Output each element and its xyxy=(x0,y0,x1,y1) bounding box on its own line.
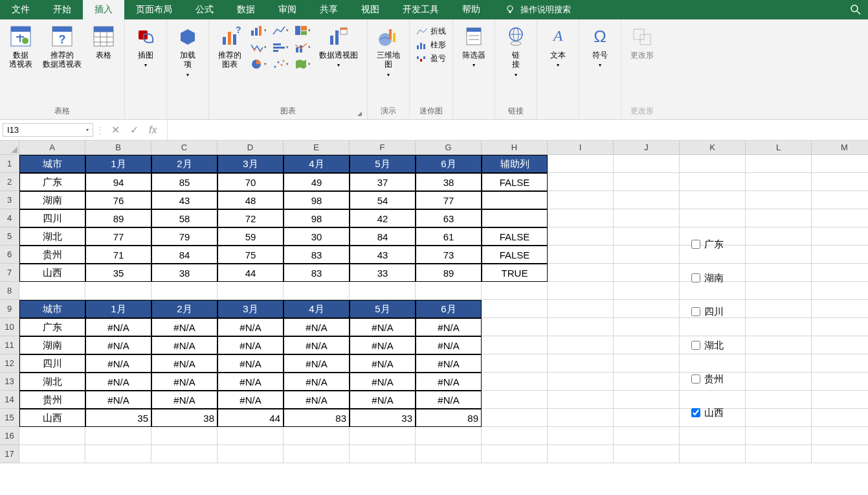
cell[interactable]: 2月 xyxy=(151,155,217,173)
cell[interactable] xyxy=(614,391,680,409)
cell[interactable] xyxy=(614,354,680,373)
cell[interactable]: #N/A xyxy=(284,336,350,354)
recommended-pivot-button[interactable]: ? 推荐的 数据透视表 xyxy=(38,22,87,72)
cell[interactable] xyxy=(548,409,614,427)
cell[interactable]: 湖北 xyxy=(19,227,85,246)
cell[interactable] xyxy=(812,155,868,173)
cell[interactable] xyxy=(812,391,868,409)
cell[interactable] xyxy=(548,155,614,173)
cell[interactable] xyxy=(746,391,812,409)
cell[interactable]: 30 xyxy=(284,227,350,246)
cell[interactable] xyxy=(482,427,548,445)
sparkline-line-button[interactable]: 折线 xyxy=(414,25,449,38)
cell[interactable] xyxy=(812,209,868,227)
cell[interactable]: 72 xyxy=(217,209,284,227)
combo-chart-icon[interactable]: ▾ xyxy=(293,40,311,54)
cell[interactable]: #N/A xyxy=(284,318,350,336)
cell[interactable] xyxy=(680,173,746,191)
text-button[interactable]: A 文本▾ xyxy=(541,22,575,72)
cell[interactable]: #N/A xyxy=(217,373,284,391)
cell[interactable]: 37 xyxy=(350,173,416,191)
cell[interactable]: #N/A xyxy=(217,354,284,373)
cell[interactable] xyxy=(19,282,85,300)
sparkline-column-button[interactable]: 柱形 xyxy=(414,38,449,52)
cell[interactable] xyxy=(746,445,812,463)
cell[interactable]: #N/A xyxy=(284,391,350,409)
cell[interactable]: #N/A xyxy=(350,373,416,391)
cell[interactable]: 4月 xyxy=(284,300,350,318)
cell[interactable]: 58 xyxy=(151,209,217,227)
col-header-M[interactable]: M xyxy=(812,141,868,155)
cell[interactable]: #N/A xyxy=(416,354,482,373)
cell[interactable]: 5月 xyxy=(350,155,416,173)
slicer-button[interactable]: 筛选器▾ xyxy=(457,22,491,72)
cell[interactable]: 48 xyxy=(217,191,284,209)
col-header-F[interactable]: F xyxy=(350,141,416,155)
cell[interactable] xyxy=(350,445,416,463)
cell[interactable] xyxy=(284,445,350,463)
checkbox-山西[interactable]: 山西 xyxy=(691,396,724,430)
cell[interactable] xyxy=(812,445,868,463)
cell[interactable]: 辅助列 xyxy=(482,155,548,173)
cell[interactable]: #N/A xyxy=(416,391,482,409)
row-header-2[interactable]: 2 xyxy=(0,173,19,191)
cell[interactable]: 贵州 xyxy=(19,391,85,409)
tell-me-search[interactable]: 操作说明搜索 xyxy=(505,0,571,19)
cell[interactable] xyxy=(746,155,812,173)
cell[interactable] xyxy=(680,427,746,445)
cell[interactable] xyxy=(85,427,151,445)
col-header-A[interactable]: A xyxy=(19,141,85,155)
cell[interactable]: #N/A xyxy=(350,391,416,409)
row-header-10[interactable]: 10 xyxy=(0,318,19,336)
cell[interactable]: #N/A xyxy=(416,336,482,354)
col-header-B[interactable]: B xyxy=(85,141,151,155)
cell[interactable] xyxy=(746,246,812,264)
cell[interactable]: 71 xyxy=(85,246,151,264)
cell[interactable] xyxy=(614,155,680,173)
cell[interactable]: FALSE xyxy=(482,173,548,191)
cell[interactable] xyxy=(416,427,482,445)
cell[interactable]: 49 xyxy=(284,173,350,191)
cell[interactable] xyxy=(746,354,812,373)
cell[interactable]: 75 xyxy=(217,246,284,264)
cell[interactable] xyxy=(614,409,680,427)
cell[interactable]: #N/A xyxy=(284,373,350,391)
row-header-1[interactable]: 1 xyxy=(0,155,19,173)
cell[interactable] xyxy=(482,318,548,336)
cell[interactable] xyxy=(812,318,868,336)
recommended-charts-button[interactable]: ? 推荐的 图表 xyxy=(213,22,247,72)
hierarchy-chart-icon[interactable]: ▾ xyxy=(293,23,311,38)
cell[interactable] xyxy=(812,173,868,191)
cell[interactable]: #N/A xyxy=(151,336,217,354)
cell[interactable] xyxy=(614,191,680,209)
cell[interactable]: #N/A xyxy=(85,373,151,391)
cell[interactable] xyxy=(746,409,812,427)
cell[interactable]: 山西 xyxy=(19,264,85,282)
checkbox-input[interactable] xyxy=(691,307,700,316)
col-header-K[interactable]: K xyxy=(680,141,746,155)
cell[interactable]: #N/A xyxy=(217,318,284,336)
cell[interactable]: 83 xyxy=(284,409,350,427)
cell[interactable] xyxy=(812,191,868,209)
cell[interactable] xyxy=(350,282,416,300)
cell[interactable] xyxy=(548,336,614,354)
cell[interactable] xyxy=(746,373,812,391)
cell[interactable]: 35 xyxy=(85,264,151,282)
stat-chart-icon[interactable]: ▾ xyxy=(249,40,267,54)
select-all-corner[interactable] xyxy=(0,141,19,155)
cell[interactable] xyxy=(614,264,680,282)
cell[interactable]: 湖南 xyxy=(19,191,85,209)
cell[interactable] xyxy=(482,445,548,463)
cell[interactable]: 43 xyxy=(151,191,217,209)
pie-chart-icon[interactable]: ▾ xyxy=(249,57,267,71)
row-header-15[interactable]: 15 xyxy=(0,409,19,427)
cell[interactable]: 76 xyxy=(85,191,151,209)
row-header-5[interactable]: 5 xyxy=(0,227,19,246)
chevron-down-icon[interactable]: ▾ xyxy=(86,127,89,133)
illustrations-button[interactable]: 插图▾ xyxy=(129,22,162,72)
row-header-12[interactable]: 12 xyxy=(0,354,19,373)
cell[interactable] xyxy=(217,445,284,463)
cell[interactable]: #N/A xyxy=(284,354,350,373)
3d-map-button[interactable]: 三维地 图▾ xyxy=(372,22,405,81)
cell[interactable]: 四川 xyxy=(19,354,85,373)
